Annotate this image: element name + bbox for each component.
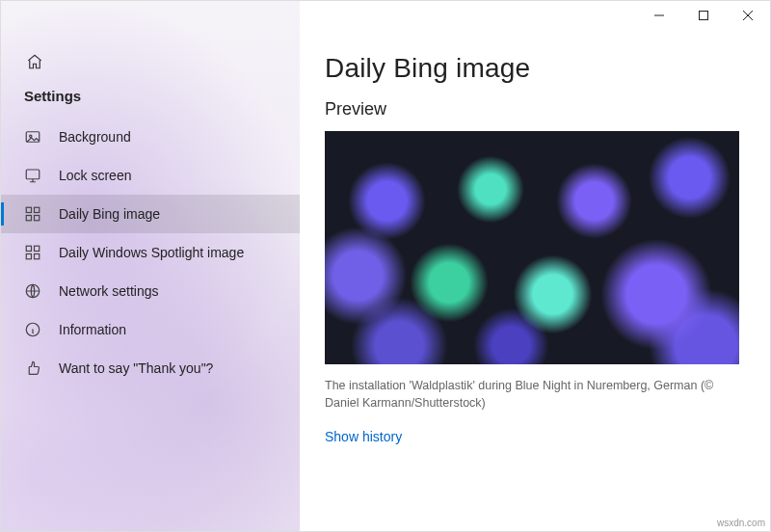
sidebar-item-daily-bing[interactable]: Daily Bing image: [1, 195, 300, 233]
image-caption: The installation 'Waldplastik' during Bl…: [325, 378, 739, 412]
close-icon: [743, 11, 753, 20]
svg-rect-8: [35, 246, 40, 251]
watermark: wsxdn.com: [717, 518, 765, 528]
sidebar-item-label: Want to say "Thank you"?: [59, 360, 213, 376]
home-icon: [26, 53, 43, 70]
sidebar-item-label: Daily Bing image: [59, 206, 160, 222]
tiles-icon: [24, 244, 41, 261]
svg-rect-4: [35, 207, 40, 212]
info-icon: [24, 321, 41, 338]
svg-rect-6: [35, 216, 40, 221]
sidebar-item-label: Daily Windows Spotlight image: [59, 245, 244, 260]
svg-rect-3: [26, 207, 31, 212]
thumbs-up-icon: [24, 359, 41, 377]
minimize-button[interactable]: [637, 1, 681, 30]
main-panel: Daily Bing image Preview The installatio…: [300, 1, 770, 531]
picture-icon: [24, 128, 41, 146]
page-title: Daily Bing image: [325, 53, 745, 84]
content-area: Daily Bing image Preview The installatio…: [300, 32, 770, 464]
app-window: Settings Background Lock screen Daily Bi…: [0, 0, 771, 532]
minimize-icon: [654, 11, 664, 20]
sidebar-item-thank-you[interactable]: Want to say "Thank you"?: [1, 349, 300, 387]
sidebar-heading: Settings: [1, 78, 300, 118]
home-button[interactable]: [24, 51, 45, 72]
maximize-button[interactable]: [681, 1, 726, 30]
monitor-icon: [24, 167, 41, 184]
home-row: [1, 51, 300, 78]
close-button[interactable]: [726, 1, 770, 30]
svg-rect-2: [26, 170, 40, 179]
sidebar-item-background[interactable]: Background: [1, 118, 300, 156]
sidebar-item-label: Lock screen: [59, 168, 131, 183]
sidebar-item-information[interactable]: Information: [1, 310, 300, 349]
tiles-icon: [24, 205, 41, 223]
show-history-link[interactable]: Show history: [325, 429, 402, 444]
sidebar-item-network[interactable]: Network settings: [1, 272, 300, 310]
sidebar-item-daily-spotlight[interactable]: Daily Windows Spotlight image: [1, 233, 300, 272]
sidebar-item-lock-screen[interactable]: Lock screen: [1, 156, 300, 195]
sidebar: Settings Background Lock screen Daily Bi…: [1, 1, 300, 531]
sidebar-item-label: Information: [59, 322, 126, 337]
sidebar-item-label: Background: [59, 129, 131, 145]
preview-image: [325, 131, 739, 364]
preview-heading: Preview: [325, 99, 745, 120]
svg-rect-5: [26, 216, 31, 221]
globe-icon: [24, 282, 41, 300]
svg-rect-7: [26, 246, 31, 251]
svg-rect-13: [700, 12, 708, 20]
titlebar: [300, 1, 770, 32]
svg-rect-10: [35, 254, 40, 259]
svg-rect-9: [26, 254, 31, 259]
sidebar-item-label: Network settings: [59, 283, 158, 299]
maximize-icon: [699, 11, 708, 20]
